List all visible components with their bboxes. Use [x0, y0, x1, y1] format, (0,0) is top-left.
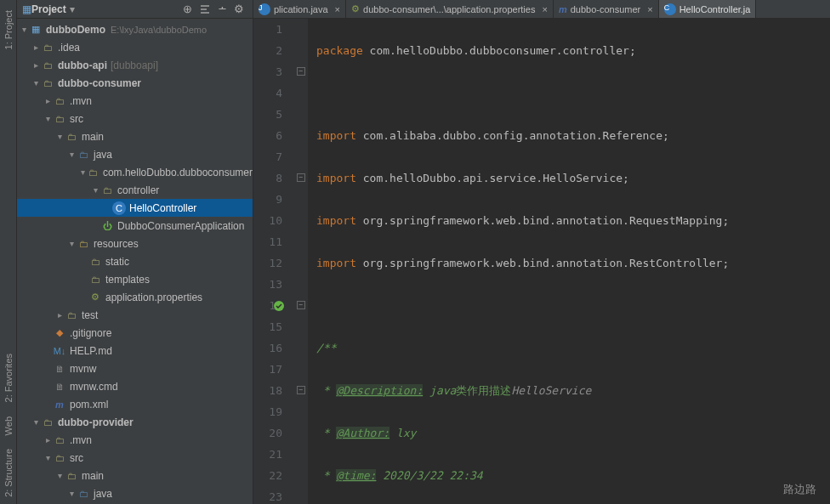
folder-icon: 🗀	[65, 309, 78, 322]
tree-item[interactable]: ⚙ application.properties	[17, 288, 253, 306]
tree-item[interactable]: m pom.xml	[17, 395, 253, 413]
tab[interactable]: J plication.java ×	[253, 0, 346, 18]
close-icon[interactable]: ×	[647, 4, 652, 14]
folder-icon: 🗀	[88, 273, 102, 286]
chevron-down-icon[interactable]: ▾	[66, 489, 77, 498]
module-folder-icon: 🗀	[41, 416, 54, 429]
fold-icon[interactable]: −	[297, 67, 305, 76]
fold-icon[interactable]: −	[297, 386, 305, 394]
tree-item[interactable]: ▾ 🗀 main	[17, 127, 253, 145]
tree-item[interactable]: ▸ 🗀 .mvn	[17, 431, 253, 449]
chevron-down-icon[interactable]: ▾	[31, 417, 41, 427]
close-icon[interactable]: ×	[542, 4, 547, 14]
tree-item[interactable]: ▾ 🗀 main	[17, 467, 253, 484]
tree-label: templates	[105, 274, 150, 286]
package-icon: 🗀	[88, 166, 99, 179]
tool-tab-web[interactable]: Web	[3, 416, 14, 435]
tree-item[interactable]: ▾ 🗀 com.helloDubbo.dubboconsumer	[17, 163, 253, 181]
tool-tab-project[interactable]: 1: Project	[3, 10, 14, 49]
tree-item-selected[interactable]: C HelloController	[17, 199, 253, 217]
chevron-down-icon[interactable]: ▾	[78, 167, 88, 177]
tab-label: HelloController.ja	[679, 4, 751, 14]
chevron-down-icon[interactable]: ▾	[54, 471, 65, 480]
fold-icon[interactable]: −	[297, 301, 305, 309]
fold-column: − − − −	[296, 19, 308, 504]
project-tree[interactable]: ▾ ▦ dubboDemo E:\lxyJava\dubboDemo ▸ 🗀 .…	[17, 19, 253, 504]
tree-item[interactable]: 🗎 mvnw.cmd	[17, 377, 253, 395]
chevron-right-icon[interactable]: ▸	[31, 42, 41, 52]
tree-item[interactable]: ▸ 🗀 dubbo-api [dubboapi]	[17, 56, 253, 74]
sidebar-title: Project	[31, 3, 66, 15]
code-editor[interactable]: 1234 5678 9101112 13141516 17181920 2122…	[253, 19, 830, 504]
tool-tab-structure[interactable]: 2: Structure	[3, 449, 14, 497]
tab-active[interactable]: C HelloController.ja	[659, 0, 757, 18]
chevron-down-icon[interactable]: ▾	[54, 132, 65, 141]
chevron-right-icon[interactable]: ▸	[31, 60, 41, 70]
tree-item[interactable]: ▸ 🗀 .mvn	[17, 92, 253, 110]
spring-gutter-icon[interactable]	[272, 299, 286, 313]
tree-label: com.helloDubbo.dubboconsumer	[103, 167, 253, 178]
chevron-down-icon[interactable]: ▾	[43, 114, 53, 123]
tree-item[interactable]: ▾ 🗀 java	[17, 145, 253, 163]
tree-item[interactable]: ▸ 🗀 test	[17, 306, 253, 324]
folder-icon: 🗀	[53, 94, 66, 108]
tab-label: dubbo-consumer\...\application.propertie…	[363, 4, 535, 14]
tree-label: .mvn	[70, 95, 92, 107]
tab-label: dubbo-consumer	[571, 4, 641, 14]
locate-icon[interactable]: ⊕	[183, 3, 192, 15]
file-icon: 🗎	[53, 362, 66, 376]
folder-icon: 🗀	[88, 255, 102, 269]
properties-icon: ⚙	[351, 3, 360, 14]
tree-item[interactable]: ▾ 🗀 controller	[17, 181, 253, 199]
tree-label: static	[105, 256, 129, 268]
tree-label: .gitignore	[70, 327, 111, 339]
tree-item[interactable]: M↓ HELP.md	[17, 342, 253, 360]
folder-icon: 🗀	[53, 433, 66, 447]
chevron-down-icon[interactable]: ▾	[90, 185, 100, 195]
tab[interactable]: ⚙ dubbo-consumer\...\application.propert…	[346, 0, 554, 18]
module-icon: ▦	[29, 23, 43, 37]
chevron-down-icon[interactable]: ▾	[66, 150, 77, 159]
tree-item[interactable]: ▾ 🗀 src	[17, 110, 253, 127]
tree-label: .idea	[58, 42, 80, 54]
tool-tab-favorites[interactable]: 2: Favorites	[3, 354, 14, 402]
folder-icon: 🗀	[53, 451, 66, 465]
tree-item[interactable]: ⏻ DubboConsumerApplication	[17, 217, 253, 235]
class-icon: C	[112, 201, 126, 215]
tree-item[interactable]: ◆ .gitignore	[17, 324, 253, 342]
tree-item[interactable]: ▾ 🗀 dubbo-provider	[17, 413, 253, 431]
close-icon[interactable]: ×	[335, 4, 340, 14]
collapse-icon[interactable]: ∸	[218, 3, 227, 15]
chevron-down-icon[interactable]: ▾	[66, 239, 77, 248]
tree-item[interactable]: ▾ 🗀 src	[17, 449, 253, 467]
align-icon[interactable]	[199, 3, 211, 15]
main-area: J plication.java × ⚙ dubbo-consumer\...\…	[253, 0, 830, 504]
resources-folder-icon: 🗀	[77, 237, 90, 251]
tree-item[interactable]: 🗀 static	[17, 252, 253, 270]
code-content[interactable]: package com.helloDubbo.dubboconsumer.con…	[308, 19, 830, 504]
chevron-down-icon[interactable]: ▾	[19, 25, 29, 34]
tree-label: application.properties	[105, 292, 202, 303]
tab[interactable]: m dubbo-consumer ×	[554, 0, 659, 18]
tree-root[interactable]: ▾ ▦ dubboDemo E:\lxyJava\dubboDemo	[17, 20, 253, 38]
maven-icon: m	[559, 4, 567, 14]
chevron-down-icon[interactable]: ▾	[31, 78, 41, 88]
chevron-down-icon[interactable]: ▾	[70, 3, 75, 15]
chevron-right-icon[interactable]: ▸	[43, 96, 53, 105]
tree-item[interactable]: ▾ 🗀 java	[17, 484, 253, 502]
tree-item[interactable]: ▾ 🗀 dubbo-consumer	[17, 74, 253, 92]
folder-icon: 🗀	[41, 41, 54, 54]
tree-item[interactable]: 🗎 mvnw	[17, 360, 253, 377]
tree-item[interactable]: ▾ 🗀 resources	[17, 235, 253, 252]
chevron-down-icon[interactable]: ▾	[43, 453, 53, 462]
chevron-right-icon[interactable]: ▸	[54, 310, 65, 320]
src-folder-icon: 🗀	[77, 148, 90, 161]
tree-item[interactable]: ▸ 🗀 .idea	[17, 38, 253, 56]
tree-label: .mvn	[70, 434, 92, 446]
tree-item[interactable]: 🗀 templates	[17, 270, 253, 288]
gear-icon[interactable]: ⚙	[234, 3, 244, 15]
chevron-right-icon[interactable]: ▸	[43, 435, 53, 445]
spring-boot-icon: ⏻	[100, 219, 114, 233]
fold-icon[interactable]: −	[297, 173, 305, 182]
tree-label: src	[70, 452, 83, 464]
